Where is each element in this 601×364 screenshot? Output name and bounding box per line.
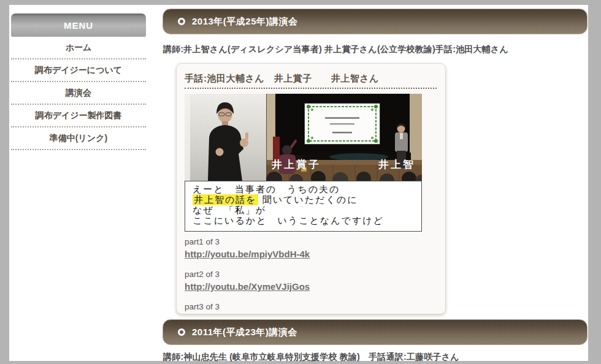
sidebar-item-label: 調布デイジー製作図書 (36, 110, 122, 121)
link-label-part1: part1 of 3 (185, 237, 445, 247)
link-label-part3: part3 of 3 (185, 302, 445, 312)
link-url-part3[interactable]: http://youtu.be/5IDRckK9lwE (185, 314, 310, 314)
sidebar-item-label: 調布デイジーについて (35, 65, 122, 76)
subtitle-line-4: ここにいるかと いうことなんですけど (193, 216, 415, 226)
link-url-part1[interactable]: http://youtu.be/mpiyVbdH-4k (185, 249, 310, 259)
link-group-part2: part2 of 3 http://youtu.be/XymeVJijGos (185, 270, 445, 292)
section-title-2011: 2011年(平成23年)講演会 (192, 327, 297, 338)
dotted-divider (185, 88, 437, 89)
video-panel: 手話:池田大輔さん 井上賞子 井上智さん (176, 63, 446, 314)
sidebar-item-label: ホーム (66, 42, 92, 53)
sign-interpreter-pane (185, 94, 267, 181)
sidebar-item-home[interactable]: ホーム (11, 37, 146, 59)
section-header-2013: 2013年(平成25年)講演会 (163, 9, 588, 34)
video-thumbnail: 井上賞子 井上智 (185, 94, 422, 181)
sidebar-item-lectures[interactable]: 講演会 (11, 82, 146, 105)
overlay-label-right: 井上智 (378, 159, 415, 170)
section-header-2011: 2011年(平成23年)講演会 (163, 319, 588, 345)
sidebar-item-produced-books[interactable]: 調布デイジー製作図書 (11, 105, 146, 127)
screen-frame: MENU ホーム 調布デイジーについて 講演会 調布デイジー製作図書 準備中(リ… (0, 0, 601, 364)
sidebar-item-links-pending[interactable]: 準備中(リンク) (11, 127, 146, 150)
section-title-2013: 2013年(平成25年)講演会 (192, 16, 298, 28)
sidebar-menu: MENU ホーム 調布デイジーについて 講演会 調布デイジー製作図書 準備中(リ… (11, 13, 146, 150)
link-group-part3: part3 of 3 http://youtu.be/5IDRckK9lwE (185, 302, 445, 314)
link-label-part2: part2 of 3 (185, 270, 445, 279)
auditorium-pane: 井上賞子 井上智 (266, 94, 422, 181)
circle-bullet-icon (178, 18, 185, 25)
subtitle-line-2-rest: 聞いていただくのに (262, 194, 358, 205)
video-caption: 手話:池田大輔さん 井上賞子 井上智さん (185, 73, 437, 85)
link-url-part2[interactable]: http://youtu.be/XymeVJijGos (185, 281, 310, 292)
menu-title: MENU (64, 20, 93, 31)
subtitle-line-2: 井上智の話を聞いていただくのに (193, 195, 415, 205)
overlay-label-left: 井上賞子 (271, 159, 321, 170)
lecturer-info-2011: 講師:神山忠先生 (岐阜市立岐阜特別支援学校 教諭) 手話通訳:工藤咲子さん (163, 352, 588, 363)
subtitle-box: えーと 当事者の うちの夫の 井上智の話を聞いていただくのに なぜ 「私」が こ… (185, 181, 422, 232)
circle-bullet-icon (178, 328, 185, 336)
sidebar-item-label: 講演会 (66, 88, 91, 99)
subtitle-highlight: 井上智の話を (193, 194, 258, 205)
subtitle-line-3: なぜ 「私」が (193, 205, 415, 216)
subtitle-line-1: えーと 当事者の うちの夫の (193, 184, 415, 195)
link-group-part1: part1 of 3 http://youtu.be/mpiyVbdH-4k (185, 237, 445, 260)
menu-header: MENU (11, 13, 146, 37)
lecturer-info-2013: 講師:井上智さん(ディスレクシア当事者) 井上賞子さん(公立学校教諭)手話:池田… (163, 44, 588, 55)
sidebar-item-about-chofu-daisy[interactable]: 調布デイジーについて (11, 59, 146, 82)
sidebar-item-label: 準備中(リンク) (50, 133, 107, 144)
